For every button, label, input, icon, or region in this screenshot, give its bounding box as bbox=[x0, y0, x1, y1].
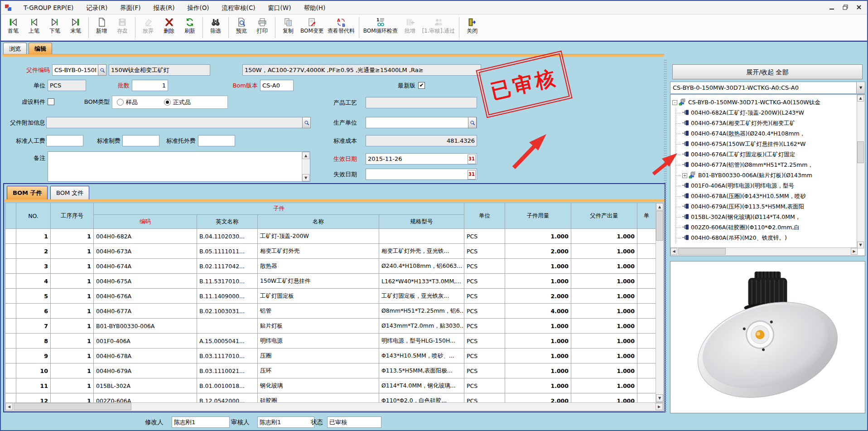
scroll-down-icon[interactable]: ▼ bbox=[656, 394, 663, 402]
toolbar-button-substitute[interactable]: AB查看替代料 bbox=[326, 16, 357, 35]
scroll-up-icon[interactable]: ▲ bbox=[857, 95, 864, 102]
scrollbar-thumb[interactable] bbox=[678, 248, 726, 255]
scroll-up-icon[interactable]: ▲ bbox=[302, 152, 309, 159]
cell-parent-output[interactable]: 1.000 bbox=[571, 244, 637, 259]
cell-parent-output[interactable]: 1.000 bbox=[571, 363, 637, 378]
cell-qty[interactable]: 4.000 bbox=[505, 304, 571, 319]
formal-radio[interactable] bbox=[164, 99, 171, 106]
menu-item[interactable]: 记录(R) bbox=[80, 1, 114, 15]
tree-root-item[interactable]: -CS-BYB-0-150MW-30D71-WCTKG-A0(150W钛金 bbox=[672, 97, 857, 108]
tree-item[interactable]: 004H0-674A(散热器)(Ø240.4*H108mm， bbox=[676, 129, 857, 139]
scroll-right-icon[interactable]: ▶ bbox=[656, 403, 663, 410]
cell-seq[interactable]: 1 bbox=[51, 229, 94, 244]
cell-qty[interactable]: 1.000 bbox=[505, 274, 571, 289]
cell-spec[interactable]: Ø240.4*H108mm，铝6063... bbox=[379, 259, 464, 274]
tab-BOM 子件[interactable]: BOM 子件 bbox=[7, 186, 48, 199]
std-mfg-input[interactable] bbox=[122, 135, 159, 146]
cell-spec[interactable]: L243*W243*T1.0MM.亚光... bbox=[379, 229, 464, 244]
scroll-up-icon[interactable]: ▲ bbox=[656, 203, 663, 210]
calendar-icon[interactable]: 31 bbox=[468, 170, 476, 179]
cell-code[interactable]: 002Z0-606A bbox=[94, 393, 197, 403]
cell-parent-output[interactable]: 1.000 bbox=[571, 349, 637, 363]
close-icon[interactable] bbox=[855, 4, 863, 11]
cell-spec[interactable]: 相变工矿灯外壳，亚光铁... bbox=[379, 244, 464, 259]
panel-splitter[interactable] bbox=[664, 60, 667, 413]
expand-collapse-all-button[interactable]: 展开/收起 全部 bbox=[672, 64, 863, 79]
cell-parent-output[interactable]: 1.000 bbox=[571, 393, 637, 403]
toolbar-button-new-doc[interactable]: 新增 bbox=[91, 16, 112, 35]
tree-item[interactable]: 001F0-406A(明纬电源)(明纬电源，型号 bbox=[676, 181, 857, 191]
cell-parent-output[interactable]: 1.000 bbox=[571, 319, 637, 334]
scroll-left-icon[interactable]: ◀ bbox=[670, 248, 677, 255]
restore-icon[interactable] bbox=[842, 4, 849, 11]
cell-code[interactable]: 015BL-302A bbox=[94, 378, 197, 393]
cell-seq[interactable]: 1 bbox=[51, 274, 94, 289]
cell-parent-output[interactable]: 1.000 bbox=[571, 274, 637, 289]
cell-qty[interactable]: 1.000 bbox=[505, 363, 571, 378]
std-outsource-input[interactable] bbox=[198, 135, 235, 146]
cell-qty[interactable]: 1.000 bbox=[505, 229, 571, 244]
cell-seq[interactable]: 1 bbox=[51, 378, 94, 393]
cell-spec[interactable]: 工矿灯固定板，亚光铁灰... bbox=[379, 289, 464, 304]
menu-item[interactable]: 报表(R) bbox=[147, 1, 181, 15]
auditor-input[interactable] bbox=[257, 416, 314, 428]
toolbar-button-filter[interactable]: 筛选 bbox=[205, 16, 226, 35]
cell-parent-output[interactable]: 1.000 bbox=[571, 378, 637, 393]
collapse-icon[interactable]: - bbox=[672, 100, 677, 105]
cell-seq[interactable]: 1 bbox=[51, 244, 94, 259]
cell-qty[interactable]: 2.000 bbox=[505, 393, 571, 403]
bom-version-input[interactable] bbox=[260, 80, 294, 91]
cell-seq[interactable]: 1 bbox=[51, 304, 94, 319]
tab-BOM 文件[interactable]: BOM 文件 bbox=[50, 186, 89, 199]
tree-item[interactable]: 004H0-678A(压圈)(Φ143*H10.5MM，喷砂 bbox=[676, 191, 857, 202]
toolbar-button-copy[interactable]: 复制 bbox=[278, 16, 299, 35]
cell-qty[interactable]: 2.000 bbox=[505, 244, 571, 259]
virtual-part-checkbox[interactable] bbox=[48, 98, 54, 105]
toolbar-button-bom-change[interactable]: BOM变更 bbox=[299, 16, 326, 35]
menu-item[interactable]: 流程审核(C) bbox=[216, 1, 262, 15]
scrollbar-thumb[interactable] bbox=[14, 403, 131, 410]
std-labor-input[interactable] bbox=[46, 135, 83, 146]
scrollbar-thumb[interactable] bbox=[857, 141, 864, 163]
cell-seq[interactable]: 1 bbox=[51, 289, 94, 304]
cell-parent-output[interactable]: 1.000 bbox=[571, 259, 637, 274]
menu-item[interactable]: 帮助(H) bbox=[297, 1, 332, 15]
cell-seq[interactable]: 1 bbox=[51, 363, 94, 378]
production-unit-input[interactable] bbox=[366, 117, 477, 128]
cell-code[interactable]: 004H0-676A bbox=[94, 289, 197, 304]
tree-item[interactable]: 004H0-677A(铝管)(Ø8mm*H51*T2.25mm， bbox=[676, 160, 857, 170]
toolbar-button-delete[interactable]: 删除 bbox=[159, 16, 179, 35]
tree-item[interactable]: 004H0-676A(工矿灯固定板)(工矿灯固定 bbox=[676, 150, 857, 160]
cell-code[interactable]: 004H0-679A bbox=[94, 363, 197, 378]
tree-item[interactable]: 004H0-673A(相变工矿灯外壳)(相变工矿 bbox=[676, 118, 857, 129]
toolbar-button-nav-first[interactable]: 首笔 bbox=[3, 16, 24, 35]
toolbar-button-preview[interactable]: 预览 bbox=[231, 16, 252, 35]
tree-item[interactable]: 004H0-679A(压环)(Φ113.5*H5MM,表面阳 bbox=[676, 202, 857, 212]
cell-spec[interactable]: Φ143*H10.5MM，喷砂、... bbox=[379, 349, 464, 363]
tree-item[interactable]: 004H0-675A(150W工矿灯悬挂件)(L162*W bbox=[676, 139, 857, 150]
toolbar-button-nav-next[interactable]: 下笔 bbox=[44, 16, 65, 35]
cell-parent-output[interactable]: 1.000 bbox=[571, 334, 637, 349]
minimize-icon[interactable] bbox=[828, 4, 835, 11]
cell-parent-output[interactable]: 1.000 bbox=[571, 229, 637, 244]
cell-spec[interactable]: Ø143mm*T2.0mm，贴3030... bbox=[379, 319, 464, 334]
cell-spec[interactable]: L162*W40*H133*T3.0MM,... bbox=[379, 274, 464, 289]
cell-spec[interactable]: Φ113.5*H5MM,表面阳极... bbox=[379, 363, 464, 378]
tree-item[interactable]: 004H0-680A(吊环)(M20、铁度锌。) bbox=[676, 233, 857, 243]
cell-code[interactable]: 004H0-677A bbox=[94, 304, 197, 319]
chevron-down-icon[interactable]: ▼ bbox=[856, 82, 865, 93]
cell-qty[interactable]: 1.000 bbox=[505, 334, 571, 349]
cell-code[interactable]: 004H0-675A bbox=[94, 274, 197, 289]
toolbar-button-close-door[interactable]: 关闭 bbox=[462, 16, 482, 35]
bom-version-select[interactable]: CS-BYB-0-150MW-30D71-WCTKG-A0:CS-A0 ▼ bbox=[670, 82, 865, 94]
parent-code-lookup-button[interactable] bbox=[98, 64, 106, 76]
latest-version-checkbox[interactable]: ✔ bbox=[418, 82, 425, 89]
cell-seq[interactable]: 1 bbox=[51, 393, 94, 403]
cell-code[interactable]: 004H0-682A bbox=[94, 229, 197, 244]
cell-seq[interactable]: 1 bbox=[51, 259, 94, 274]
tree-item[interactable]: 004H0-682A(工矿灯-顶盖-200W)(L243*W bbox=[676, 108, 857, 118]
tree-item[interactable]: 015BL-302A(钢化玻璃)(Ø114*T4.0MM， bbox=[676, 212, 857, 223]
production-unit-lookup-button[interactable] bbox=[468, 117, 477, 128]
cell-parent-output[interactable]: 1.000 bbox=[571, 289, 637, 304]
toolbar-button-refresh[interactable]: 刷新 bbox=[179, 16, 200, 35]
